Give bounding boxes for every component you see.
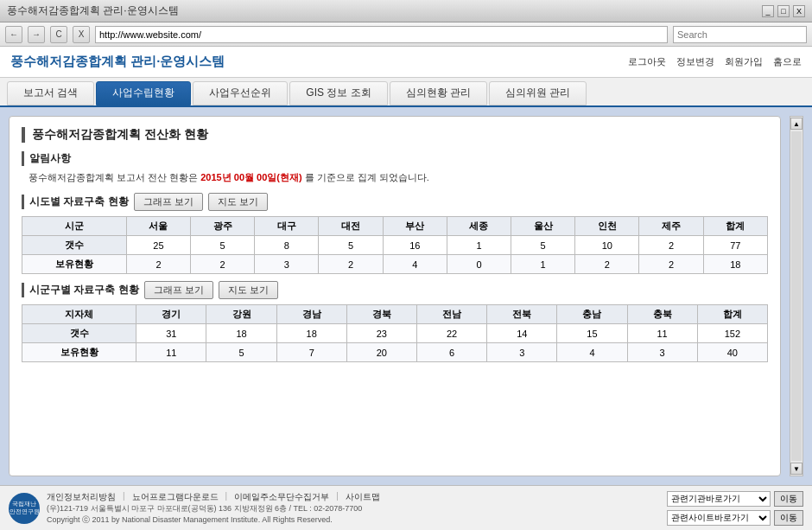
table-row: 갯수25585161510277 xyxy=(22,236,768,255)
alert-post: 를 기준으로 집계 되었습니다. xyxy=(305,172,429,182)
home-link[interactable]: 홈으로 xyxy=(773,55,802,68)
sido-row-1-label: 보유현황 xyxy=(22,255,127,274)
sigungu-col-3: 경남 xyxy=(276,305,346,324)
sigungu-col-5: 전남 xyxy=(416,305,486,324)
sido-cell-1-3: 2 xyxy=(319,255,383,274)
sido-cell-0-7: 10 xyxy=(575,236,639,255)
tab-project-priority[interactable]: 사업우선순위 xyxy=(193,81,288,105)
tab-gis-info[interactable]: GIS 정보 조회 xyxy=(289,81,387,105)
tab-report-search[interactable]: 보고서 검색 xyxy=(7,81,94,105)
sido-col-5: 부산 xyxy=(383,217,447,236)
related-orgs-select[interactable]: 관련기관바로가기 xyxy=(667,491,771,507)
footer-left: 국립재난안전연구원 개인정보처리방침 | 뇨어프로그램다운로드 | 이메일주소무… xyxy=(9,491,380,526)
sido-cell-0-2: 8 xyxy=(255,236,319,255)
tab-review-status[interactable]: 심의현황 관리 xyxy=(390,81,487,105)
sido-cell-1-8: 2 xyxy=(639,255,703,274)
sido-col-3: 대구 xyxy=(255,217,319,236)
sido-cell-0-4: 16 xyxy=(383,236,447,255)
sigungu-cell-1-1: 5 xyxy=(206,343,276,362)
sido-cell-1-1: 2 xyxy=(191,255,255,274)
sigungu-col-4: 경북 xyxy=(346,305,416,324)
alert-text: 풍수해저감종합계획 보고서 전산 현황은 2015년 00월 00일(현재) 를… xyxy=(29,171,768,184)
sigungu-cell-0-6: 15 xyxy=(557,324,627,343)
back-button[interactable]: ← xyxy=(5,26,22,43)
tab-review-committee[interactable]: 심의위원 관리 xyxy=(489,81,587,105)
sido-cell-0-9: 77 xyxy=(703,236,767,255)
search-input[interactable] xyxy=(673,26,807,43)
minimize-button[interactable]: _ xyxy=(762,5,774,17)
sido-col-8: 인천 xyxy=(575,217,639,236)
sigungu-cell-0-3: 23 xyxy=(346,324,416,343)
signup-link[interactable]: 회원가입 xyxy=(725,55,763,68)
logout-link[interactable]: 로그아웃 xyxy=(628,55,666,68)
sigungu-cell-0-0: 31 xyxy=(136,324,206,343)
related-orgs-go-button[interactable]: 이동 xyxy=(774,491,803,507)
footer-dropdown-1: 관련기관바로가기 이동 xyxy=(667,491,803,507)
sigungu-section-header: 시군구별 자료구축 현황 그래프 보기 지도 보기 xyxy=(22,281,768,299)
sigungu-cell-1-0: 11 xyxy=(136,343,206,362)
sigungu-cell-0-1: 18 xyxy=(206,324,276,343)
sido-cell-1-2: 3 xyxy=(255,255,319,274)
related-sites-go-button[interactable]: 이동 xyxy=(774,510,803,526)
sigungu-col-0: 지자체 xyxy=(22,305,136,324)
related-sites-select[interactable]: 관련사이트바로가기 xyxy=(667,510,771,526)
sido-col-10: 합계 xyxy=(703,217,767,236)
scroll-down-button[interactable]: ▼ xyxy=(790,463,802,475)
sido-col-2: 광주 xyxy=(191,217,255,236)
sido-col-4: 대전 xyxy=(319,217,383,236)
maximize-button[interactable]: □ xyxy=(777,5,790,17)
footer-link-privacy[interactable]: 개인정보처리방침 xyxy=(47,491,116,503)
sido-col-1: 서울 xyxy=(126,217,190,236)
close-button[interactable]: X xyxy=(793,5,805,17)
sigungu-cell-0-4: 22 xyxy=(416,324,486,343)
table-row: 갯수3118182322141511152 xyxy=(22,324,768,343)
scroll-up-button[interactable]: ▲ xyxy=(790,118,802,130)
footer-link-email[interactable]: 이메일주소무단수집거부 xyxy=(234,491,329,503)
sido-map-button[interactable]: 지도 보기 xyxy=(208,193,268,211)
scrollbar[interactable]: ▲ ▼ xyxy=(790,116,803,476)
refresh-button[interactable]: C xyxy=(50,26,67,43)
sido-cell-1-0: 2 xyxy=(126,255,190,274)
sigungu-row-0-label: 갯수 xyxy=(22,324,136,343)
footer-logo-text: 국립재난안전연구원 xyxy=(10,501,40,515)
sigungu-cell-1-2: 7 xyxy=(276,343,346,362)
sido-col-7: 울산 xyxy=(511,217,575,236)
sigungu-cell-1-4: 6 xyxy=(416,343,486,362)
content-panel: 풍수해저감종합계획 전산화 현황 알림사항 풍수해저감종합계획 보고서 전산 현… xyxy=(9,116,781,476)
sido-cell-0-6: 5 xyxy=(511,236,575,255)
sigungu-col-6: 전북 xyxy=(487,305,557,324)
sigungu-cell-1-3: 20 xyxy=(346,343,416,362)
stop-button[interactable]: X xyxy=(73,26,90,43)
tab-project-status[interactable]: 사업수립현황 xyxy=(96,81,191,105)
sido-col-9: 제주 xyxy=(639,217,703,236)
sido-cell-1-5: 0 xyxy=(447,255,511,274)
sido-cell-1-6: 1 xyxy=(511,255,575,274)
sigungu-graph-button[interactable]: 그래프 보기 xyxy=(144,281,213,299)
sido-cell-0-3: 5 xyxy=(319,236,383,255)
sigungu-map-button[interactable]: 지도 보기 xyxy=(219,281,278,299)
sido-graph-button[interactable]: 그래프 보기 xyxy=(134,193,203,211)
footer-links: 개인정보처리방침 | 뇨어프로그램다운로드 | 이메일주소무단수집거부 | 사이… xyxy=(47,491,380,503)
footer-link-sitemap[interactable]: 사이트맵 xyxy=(346,491,380,503)
alert-section-title: 알림사항 xyxy=(22,151,768,166)
forward-button[interactable]: → xyxy=(28,26,45,43)
sigungu-table: 지자체 경기 강원 경남 경북 전남 전북 충남 충북 합계 갯수3118182… xyxy=(22,304,768,362)
footer: 국립재난안전연구원 개인정보처리방침 | 뇨어프로그램다운로드 | 이메일주소무… xyxy=(0,485,812,530)
sigungu-cell-1-5: 3 xyxy=(487,343,557,362)
sido-section-header: 시도별 자료구축 현황 그래프 보기 지도 보기 xyxy=(22,193,768,211)
sido-col-0: 시군 xyxy=(22,217,127,236)
scroll-track xyxy=(791,131,802,461)
sigungu-cell-0-5: 14 xyxy=(487,324,557,343)
window-title: 풍수해저감종합계획 관리·운영시스템 xyxy=(7,3,179,18)
panel-title: 풍수해저감종합계획 전산화 현황 xyxy=(22,127,768,143)
footer-copyright: Copyright ⓒ 2011 by National Disaster Ma… xyxy=(47,514,380,526)
footer-link-download[interactable]: 뇨어프로그램다운로드 xyxy=(132,491,219,503)
nav-tabs: 보고서 검색 사업수립현황 사업우선순위 GIS 정보 조회 심의현황 관리 심… xyxy=(0,78,812,107)
sido-cell-1-4: 4 xyxy=(383,255,447,274)
profile-link[interactable]: 정보변경 xyxy=(676,55,714,68)
window-title-bar: 풍수해저감종합계획 관리·운영시스템 _ □ X xyxy=(0,0,812,22)
app-logo: 풍수해저감종합계획 관리·운영시스템 xyxy=(10,54,225,70)
sido-row-0-label: 갯수 xyxy=(22,236,127,255)
address-bar[interactable] xyxy=(95,26,668,43)
sido-cell-1-9: 18 xyxy=(703,255,767,274)
